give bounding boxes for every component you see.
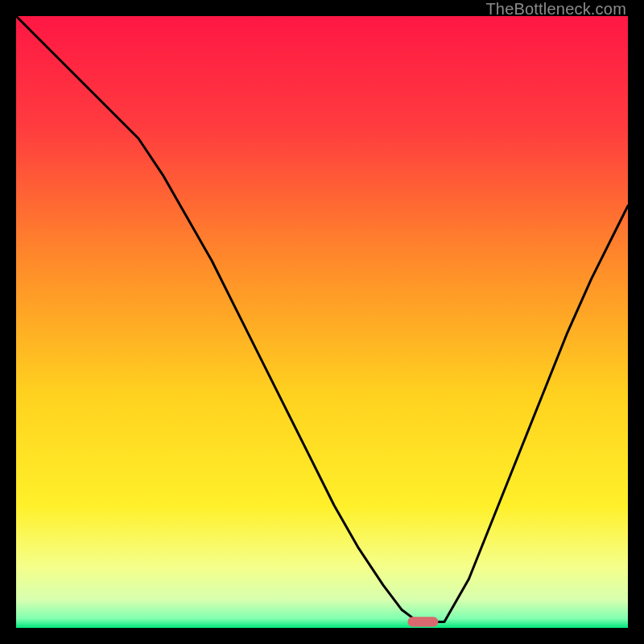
optimum-marker xyxy=(407,617,438,626)
bottleneck-chart xyxy=(16,16,628,628)
watermark-text: TheBottleneck.com xyxy=(485,0,626,19)
